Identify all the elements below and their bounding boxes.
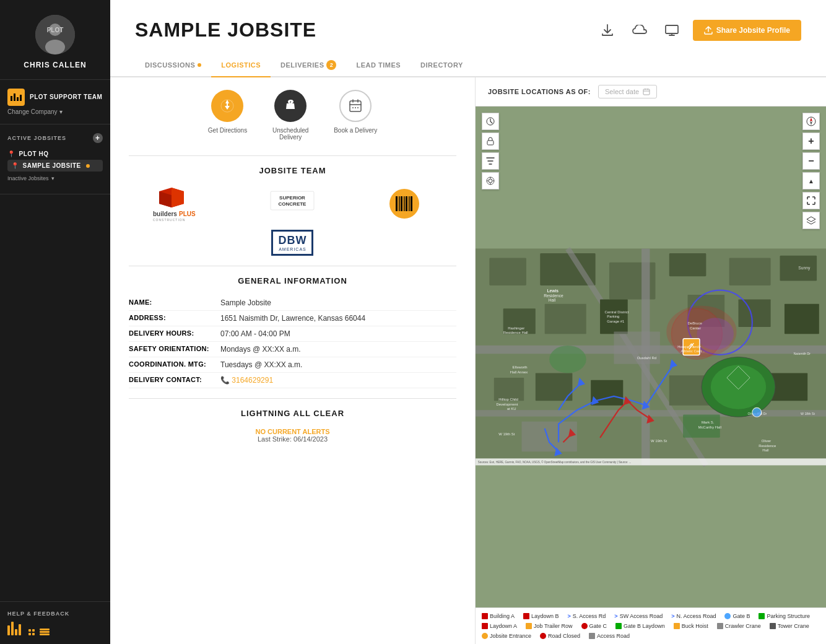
- svg-rect-26: [643, 89, 650, 95]
- legend-sw-access-road: > SW Access Road: [614, 613, 663, 619]
- compass-icon[interactable]: [802, 113, 820, 130]
- north-icon[interactable]: ▲: [802, 172, 820, 189]
- right-panel: JOBSITE LOCATIONS AS OF: Select date: [476, 77, 826, 644]
- zoom-out-icon[interactable]: −: [802, 152, 820, 170]
- filter-icon[interactable]: [482, 152, 499, 170]
- left-panel: Get Directions Unscheduled Delivery: [110, 77, 476, 644]
- general-info-section: GENERAL INFORMATION NAME: Sample Jobsite…: [129, 276, 456, 388]
- fullscreen-icon[interactable]: [802, 192, 820, 209]
- tab-deliveries[interactable]: DELIVERIES 2: [271, 54, 346, 77]
- get-directions-label: Get Directions: [208, 127, 247, 134]
- svg-marker-12: [172, 188, 184, 207]
- svg-rect-22: [404, 196, 405, 211]
- sidebar-item-plot-hq[interactable]: 📍 PLOT HQ: [7, 148, 103, 160]
- tab-directory[interactable]: DIRECTORY: [411, 54, 473, 77]
- svg-text:Hilltop Child: Hilltop Child: [498, 398, 518, 401]
- download-icon[interactable]: [596, 19, 619, 41]
- svg-text:Hall Annex: Hall Annex: [510, 370, 528, 374]
- svg-text:Ellsworth: Ellsworth: [513, 365, 528, 369]
- lock-icon[interactable]: [482, 133, 499, 150]
- content-area: Get Directions Unscheduled Delivery: [110, 77, 826, 644]
- share-jobsite-button[interactable]: Share Jobsite Profile: [693, 20, 801, 41]
- legend-gate-b: Gate B: [724, 613, 750, 619]
- legend-laydown-a: Laydown A: [482, 623, 517, 629]
- change-company-button[interactable]: Change Company ▾: [7, 108, 103, 115]
- legend-road-closed: Road Closed: [540, 633, 580, 639]
- svg-rect-38: [476, 410, 826, 416]
- page-title: SAMPLE JOBSITE: [135, 19, 316, 41]
- svg-text:Residence Hall: Residence Hall: [503, 331, 528, 334]
- svg-rect-32: [669, 253, 706, 276]
- svg-point-52: [711, 365, 766, 409]
- discussions-dot: [198, 63, 201, 67]
- svg-rect-23: [406, 196, 407, 211]
- legend-parking-structure: Parking Structure: [759, 613, 810, 619]
- svg-rect-20: [399, 196, 400, 211]
- access-road-label: Access Road: [597, 633, 630, 639]
- name-label: NAME:: [129, 298, 215, 307]
- no-alerts-text: NO CURRENT ALERTS: [129, 428, 456, 435]
- add-jobsite-button[interactable]: +: [93, 133, 103, 143]
- active-jobsites-label: ACTIVE JOBSITES: [7, 135, 66, 141]
- lightning-label: LIGHTNING ALL CLEAR: [129, 409, 456, 418]
- tab-lead-times[interactable]: LEAD TIMES: [346, 54, 411, 77]
- svg-rect-43: [739, 299, 771, 327]
- legend-tower-crane: Tower Crane: [770, 623, 809, 629]
- svg-rect-29: [489, 258, 526, 285]
- tab-bar: DISCUSSIONS LOGISTICS DELIVERIES 2 LEAD …: [110, 54, 826, 77]
- sidebar: PLOT CHRIS CALLEN PLOT SUPPORT TEAM Ch: [0, 0, 110, 644]
- svg-text:Residence: Residence: [544, 294, 563, 298]
- main-content: SAMPLE JOBSITE Share Jobsite Profile: [110, 0, 826, 644]
- team-section: PLOT SUPPORT TEAM Change Company ▾: [0, 80, 110, 124]
- top-actions: Share Jobsite Profile: [596, 19, 801, 41]
- sidebar-item-sample-jobsite[interactable]: 📍 SAMPLE JOBSITE: [7, 160, 103, 172]
- svg-point-9: [357, 107, 359, 108]
- coordination-value: Tuesdays @ XX:XX a.m.: [220, 360, 302, 369]
- svg-text:Central District: Central District: [605, 310, 629, 314]
- info-delivery-hours-row: DELIVERY HOURS: 07:00 AM - 04:00 PM: [129, 326, 456, 342]
- svg-text:Hall: Hall: [549, 298, 556, 302]
- layers-icon[interactable]: [802, 212, 820, 229]
- svg-text:Athletic Cent...: Athletic Cent...: [680, 349, 705, 353]
- svg-point-100: [752, 407, 762, 417]
- tv-icon[interactable]: [661, 19, 683, 41]
- svg-rect-107: [487, 141, 493, 145]
- inactive-jobsites-toggle[interactable]: Inactive Jobsites ▾: [7, 172, 103, 185]
- user-name: CHRIS CALLEN: [24, 61, 86, 69]
- delivery-contact-value[interactable]: 📞 3164629291: [220, 376, 273, 385]
- legend-job-trailer-row: Job Trailer Row: [526, 623, 573, 629]
- svg-point-108: [489, 179, 492, 183]
- action-buttons: Get Directions Unscheduled Delivery: [129, 90, 456, 141]
- svg-rect-25: [411, 196, 412, 211]
- team-icon: [7, 89, 25, 106]
- share-btn-label: Share Jobsite Profile: [716, 26, 790, 35]
- info-address-row: ADDRESS: 1651 Naismith Dr, Lawrence, Kan…: [129, 311, 456, 326]
- svg-rect-6: [350, 101, 361, 111]
- book-delivery-label: Book a Delivery: [334, 127, 377, 134]
- legend-laydown-b: Laydown B: [523, 613, 559, 619]
- cloud-icon[interactable]: [628, 19, 651, 41]
- team-name: PLOT SUPPORT TEAM: [30, 94, 102, 101]
- plot-logo: [7, 622, 103, 635]
- tab-logistics[interactable]: LOGISTICS: [211, 54, 271, 77]
- unscheduled-delivery-button[interactable]: Unscheduled Delivery: [266, 90, 315, 141]
- reset-icon[interactable]: [482, 113, 499, 130]
- book-delivery-button[interactable]: Book a Delivery: [334, 90, 377, 141]
- team-logos: builders PLUS CONSTRUCTION SUPERIOR CONC…: [129, 185, 456, 256]
- get-directions-button[interactable]: Get Directions: [208, 90, 247, 141]
- tab-discussions[interactable]: DISCUSSIONS: [135, 54, 211, 77]
- date-select[interactable]: Select date: [598, 85, 657, 98]
- superior-concrete-logo: SUPERIOR CONCRETE: [264, 188, 320, 219]
- svg-text:Naismith Dr: Naismith Dr: [794, 352, 811, 355]
- svg-text:Mark S.: Mark S.: [702, 420, 715, 424]
- svg-rect-19: [396, 196, 398, 211]
- svg-rect-50: [771, 373, 808, 401]
- svg-rect-21: [401, 196, 402, 211]
- svg-text:W 18th St: W 18th St: [801, 412, 815, 416]
- zoom-in-icon[interactable]: +: [802, 133, 820, 150]
- svg-rect-40: [545, 304, 586, 334]
- location-icon[interactable]: [482, 172, 499, 189]
- svg-text:W 19th St: W 19th St: [498, 432, 515, 436]
- svg-text:Lewis: Lewis: [547, 289, 559, 293]
- svg-text:DeBruce: DeBruce: [688, 321, 703, 325]
